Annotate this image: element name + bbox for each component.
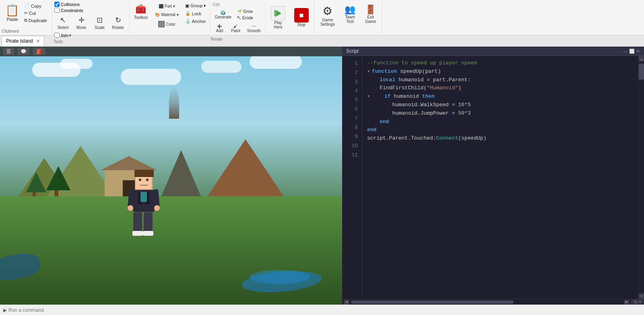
exit-game-button[interactable]: 🚪 Exit Game [361,2,380,26]
main-content: ☰ 💬 🎒 [0,47,644,305]
generate-icon: 🌍 [221,10,225,15]
code-line-4: FindFirstChild("Humanoid") [367,84,634,93]
move-icon: ✛ [78,16,85,25]
join-dropdown-icon[interactable]: ▾ [69,33,71,37]
script-scrollbar: ▲ ▼ [638,56,644,299]
settings-section: ⚙ Game Settings 👥 Team Test 🚪 Exit Game [314,1,382,34]
part-icon: ⬛ [159,4,163,8]
erode-button[interactable]: ⛏ Erode [235,15,255,21]
stop-icon: ■ [294,8,309,23]
duplicate-button[interactable]: ⧉ Duplicate [22,17,49,24]
command-input[interactable] [8,307,89,313]
code-line-2: ▾function speedUp(part) [367,68,634,76]
copy-button[interactable]: 📄 Copy [22,2,49,9]
water-right2 [250,270,310,284]
collisions-check[interactable]: Collisions [54,2,83,7]
join-check[interactable]: Join ▾ [54,33,71,38]
select-icon: ↖ [60,16,66,25]
game-settings-button[interactable]: ⚙ Game Settings [316,2,339,29]
tools-grid: ↖ Select ✛ Move ⊡ Scale ↻ Rotate [54,14,127,31]
viewport-chat-button[interactable]: 💬 [17,48,30,55]
copy-icon: 📄 [24,3,30,8]
hscroll-right-button[interactable]: ▶ [624,300,630,305]
stop-button[interactable]: ■ Stop [291,6,312,29]
tab-pirate-island[interactable]: Pirate Island ✕ [2,36,44,46]
line-number-3: 3 [342,78,362,87]
edit-sublabel: Edit [212,2,219,7]
paste-label: Paste [6,17,18,22]
line-number-7: 7 [342,114,362,124]
smooth-button[interactable]: 〰 Smooth [244,23,263,35]
play-section: Play Here ■ Stop [266,1,314,34]
script-snap-button[interactable]: ⊟ [634,300,637,304]
code-line-6: humanoid.WalkSpeed = 16*5 [367,101,634,109]
paste-button[interactable]: 📋 Paste [2,2,22,23]
play-here-button[interactable]: Play Here [267,4,289,31]
add-terrain-button[interactable]: ➕ Add [212,23,227,35]
volcano-smoke [169,86,179,119]
tab-label: Pirate Island [6,38,33,44]
viewport-menu-button[interactable]: ☰ [3,48,14,55]
viewport-bag-button[interactable]: 🎒 [33,48,45,55]
terrain-label: Terrain [210,36,265,41]
script-dock-button[interactable]: ✕ [638,300,642,304]
tab-close-button[interactable]: ✕ [36,39,40,44]
scroll-thumb[interactable] [639,64,644,80]
scale-button[interactable]: ⊡ Scale [91,14,108,31]
script-panel: Script — ⬜ ✕ 1234567891011 --function to… [342,47,644,305]
svg-rect-1 [275,10,276,16]
material-icon: 🎨 [155,12,160,17]
viewport[interactable]: ☰ 💬 🎒 [0,47,342,305]
add-terrain-icon: ➕ [217,24,222,29]
clipboard-label: Clipboard [2,28,50,33]
paint-button[interactable]: 🖌 Paint [228,23,243,35]
color-button[interactable]: Color [152,19,182,29]
collapse-arrow-2[interactable]: ▾ [367,68,370,74]
material-button[interactable]: 🎨 Material ▾ [152,11,182,19]
scroll-down-button[interactable]: ▼ [639,293,644,299]
cloud-2 [60,59,93,69]
script-maximize-button[interactable]: ⬜ [629,49,635,54]
material-dropdown[interactable]: ▾ [177,12,179,17]
collapse-arrow-5[interactable]: ▾ [367,93,370,99]
line-number-9: 9 [342,132,362,142]
toolbox-button[interactable]: 🧰 Toolbox [131,2,151,21]
insert-section: 🧰 Toolbox ⬛ Part ▾ 🎨 Material ▾ Color [130,1,211,34]
hscroll-track[interactable] [351,301,622,304]
code-area[interactable]: --function to speed up player speed▾func… [362,56,638,146]
script-minimize-button[interactable]: — [623,49,627,54]
cut-button[interactable]: ✂ Cut [22,10,49,16]
team-test-button[interactable]: 👥 Team Test [340,2,360,26]
lock-button[interactable]: 🔒 Lock [183,10,208,17]
paint-icon: 🖌 [233,24,237,29]
scroll-up-button[interactable]: ▲ [639,56,644,62]
generate-button[interactable]: 🌍 Generate [212,8,234,21]
bottom-arrow-left: ▶ [3,307,7,313]
cloud-4 [201,61,242,73]
settings-icon: ⚙ [322,4,332,18]
group-icon: ▣ [185,3,189,8]
cut-icon: ✂ [24,10,28,16]
line-number-2: 2 [342,68,362,78]
team-icon: 👥 [345,4,355,15]
grow-button[interactable]: 🌱 Grow [235,8,255,14]
code-line-3: local humanoid = part.Parent: [367,76,634,84]
part-button[interactable]: ⬛ Part ▾ [152,2,182,10]
group-button[interactable]: ▣ Group ▾ [183,2,208,9]
rotate-icon: ↻ [115,16,121,25]
hscroll-thumb[interactable] [351,301,514,304]
move-button[interactable]: ✛ Move [72,14,90,31]
rotate-button[interactable]: ↻ Rotate [109,14,126,31]
scroll-track[interactable] [639,62,644,293]
color-swatch [158,21,165,27]
hscroll-left-button[interactable]: ◀ [344,300,349,305]
line-number-1: 1 [342,59,362,68]
script-close-button[interactable]: ✕ [636,49,640,54]
constraints-check[interactable]: Constraints [54,8,83,13]
select-button[interactable]: ↖ Select [54,14,72,31]
code-line-7: humanoid.JumpPower = 50*3 [367,109,634,118]
anchor-button[interactable]: ⚓ Anchor [183,18,208,25]
tools-section: Collisions Constraints ↖ Select ✛ Move ⊡ [52,1,130,34]
part-dropdown[interactable]: ▾ [173,4,175,8]
bottombar: ▶ [0,305,644,315]
